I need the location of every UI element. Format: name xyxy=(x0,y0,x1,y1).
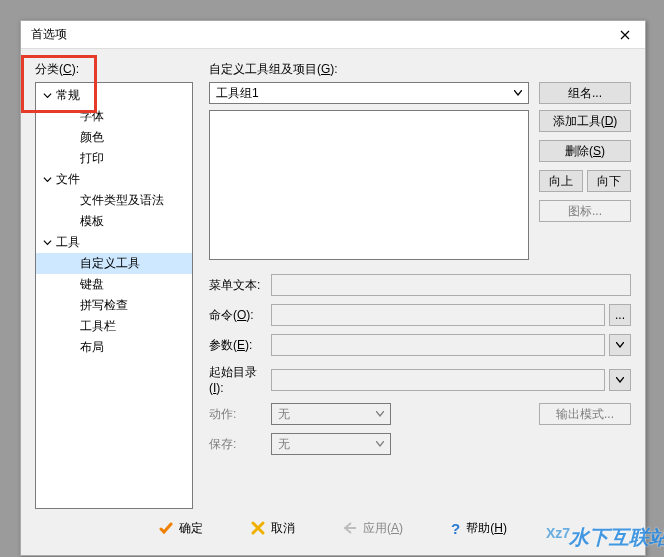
items-listbox[interactable] xyxy=(209,110,529,260)
tree-item-template[interactable]: 模板 xyxy=(36,211,192,232)
x-icon xyxy=(251,521,265,535)
icon-button: 图标... xyxy=(539,200,631,222)
chevron-down-icon xyxy=(372,436,388,452)
chevron-down-icon[interactable] xyxy=(40,173,54,187)
watermark-small: Xz7 xyxy=(546,525,570,541)
command-browse-button[interactable]: ... xyxy=(609,304,631,326)
initdir-field xyxy=(271,369,605,391)
add-tool-button[interactable]: 添加工具(D) xyxy=(539,110,631,132)
tree-item-layout[interactable]: 布局 xyxy=(36,337,192,358)
check-icon xyxy=(159,521,173,535)
move-up-button[interactable]: 向上 xyxy=(539,170,583,192)
params-label: 参数(E): xyxy=(209,337,271,354)
initdir-dropdown-button[interactable] xyxy=(609,369,631,391)
chevron-down-icon[interactable] xyxy=(510,85,526,101)
tree-item-print[interactable]: 打印 xyxy=(36,148,192,169)
tree-group-tools[interactable]: 工具 xyxy=(36,232,192,253)
group-name-button[interactable]: 组名... xyxy=(539,82,631,104)
command-label: 命令(O): xyxy=(209,307,271,324)
tree-item-color[interactable]: 颜色 xyxy=(36,127,192,148)
category-tree[interactable]: 常规 字体 颜色 打印 文件 文件类型及语法 模板 工具 自定义工具 键盘 拼写… xyxy=(35,82,193,509)
tree-item-filetypes[interactable]: 文件类型及语法 xyxy=(36,190,192,211)
action-combo: 无 xyxy=(271,403,391,425)
titlebar: 首选项 xyxy=(21,21,645,49)
initdir-label: 起始目录(I): xyxy=(209,364,271,395)
menu-text-label: 菜单文本: xyxy=(209,277,271,294)
close-button[interactable] xyxy=(609,23,641,47)
close-icon xyxy=(620,30,630,40)
move-down-button[interactable]: 向下 xyxy=(587,170,631,192)
params-field xyxy=(271,334,605,356)
watermark: 水下互联站 xyxy=(569,524,664,551)
command-field xyxy=(271,304,605,326)
tree-item-toolbar[interactable]: 工具栏 xyxy=(36,316,192,337)
chevron-down-icon xyxy=(372,406,388,422)
ok-button[interactable]: 确定 xyxy=(153,516,209,540)
tree-group-general[interactable]: 常规 xyxy=(36,85,192,106)
dialog-title: 首选项 xyxy=(31,26,67,43)
save-value: 无 xyxy=(278,436,290,453)
apply-button: 应用(A) xyxy=(337,516,409,540)
group-items-label: 自定义工具组及项目(G): xyxy=(209,61,631,78)
preferences-dialog: 首选项 分类(C): 常规 字体 颜色 打印 文件 文件类型及语 xyxy=(20,20,646,556)
action-label: 动作: xyxy=(209,406,271,423)
tree-item-spellcheck[interactable]: 拼写检查 xyxy=(36,295,192,316)
tree-item-font[interactable]: 字体 xyxy=(36,106,192,127)
tree-item-keyboard[interactable]: 键盘 xyxy=(36,274,192,295)
save-combo: 无 xyxy=(271,433,391,455)
menu-text-field xyxy=(271,274,631,296)
params-dropdown-button[interactable] xyxy=(609,334,631,356)
delete-button[interactable]: 删除(S) xyxy=(539,140,631,162)
help-button[interactable]: ? 帮助(H) xyxy=(445,516,513,540)
help-icon: ? xyxy=(451,520,460,537)
tool-group-combo[interactable]: 工具组1 xyxy=(209,82,529,104)
output-mode-button: 输出模式... xyxy=(539,403,631,425)
cancel-button[interactable]: 取消 xyxy=(245,516,301,540)
chevron-down-icon[interactable] xyxy=(40,89,54,103)
arrow-left-icon xyxy=(343,521,357,535)
tree-group-file[interactable]: 文件 xyxy=(36,169,192,190)
save-label: 保存: xyxy=(209,436,271,453)
category-label: 分类(C): xyxy=(35,61,193,78)
tool-group-value: 工具组1 xyxy=(216,85,259,102)
tree-item-custom-tools[interactable]: 自定义工具 xyxy=(36,253,192,274)
action-value: 无 xyxy=(278,406,290,423)
chevron-down-icon[interactable] xyxy=(40,236,54,250)
